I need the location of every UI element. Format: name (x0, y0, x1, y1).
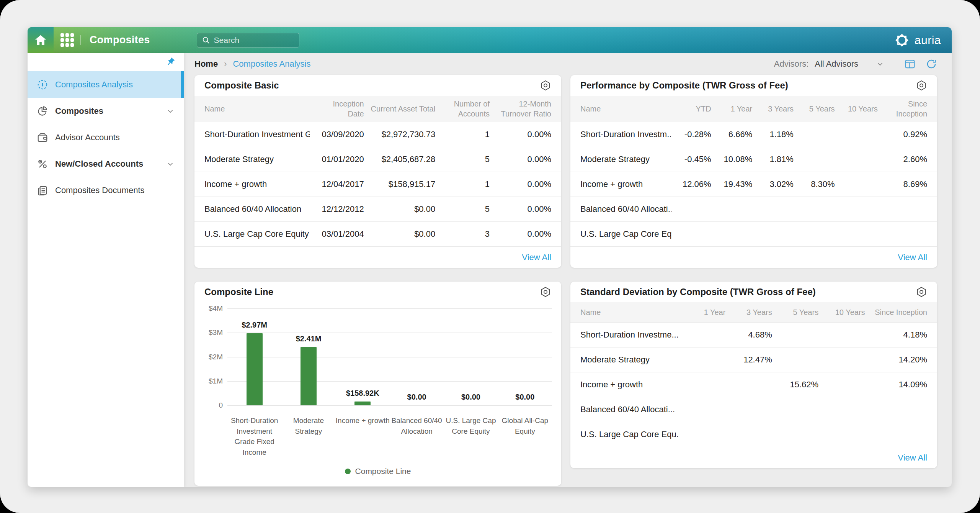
table-row[interactable]: Balanced 60/40 Allocati... (570, 397, 937, 422)
top-header-bar: Composites auria (28, 27, 952, 53)
table-row[interactable]: Income + growth15.62%14.09% (570, 372, 937, 397)
table-row[interactable]: Balanced 60/40 Allocati... (570, 197, 937, 221)
sidebar-item-composites-documents[interactable]: Composites Documents (28, 177, 184, 203)
bar-value-label: $0.00 (515, 393, 534, 402)
table-row[interactable]: Short-Duration Investm...-0.28%6.66%1.18… (570, 122, 937, 147)
sidebar-item-label: Advisor Accounts (55, 133, 120, 143)
table-row[interactable]: U.S. Large Cap Core Equity03/01/2004$0.0… (194, 221, 561, 246)
card-composite-basic: Composite Basic Name Inception Date Curr… (194, 75, 561, 268)
main-content: Home › Composites Analysis Advisors: All… (184, 53, 952, 487)
layout-button[interactable] (904, 58, 916, 70)
sidebar: Composites Analysis Composites (28, 53, 184, 487)
breadcrumb: Home › Composites Analysis (194, 59, 310, 69)
bar-value-label: $158.92K (346, 389, 379, 398)
header-divider (80, 35, 81, 45)
advisors-selected-value: All Advisors (815, 59, 858, 69)
table-row[interactable]: Short-Duration Investme...4.68%4.18% (570, 322, 937, 347)
legend-dot-icon (345, 469, 351, 474)
brand-logo: auria (893, 31, 941, 49)
sidebar-item-advisor-accounts[interactable]: Advisor Accounts (28, 124, 184, 151)
sidebar-item-composites[interactable]: Composites (28, 98, 184, 124)
search-input[interactable] (214, 36, 294, 45)
wallet-icon (37, 132, 48, 143)
settings-icon[interactable] (916, 80, 927, 91)
bar-column[interactable]: $2.41M (281, 308, 335, 405)
table-row[interactable]: Moderate Strategy12.47%14.20% (570, 347, 937, 372)
chart-legend: Composite Line (204, 467, 552, 476)
card-composite-line-chart: Composite Line $4M $3M $2M (194, 282, 561, 486)
sidebar-item-label: Composites Documents (55, 185, 145, 195)
sidebar-item-label: Composites (55, 106, 103, 116)
search-box[interactable] (197, 33, 299, 48)
bar-value-label: $0.00 (407, 393, 426, 402)
card-title: Standard Deviation by Composite (TWR Gro… (580, 287, 816, 297)
table-row[interactable]: U.S. Large Cap Core Eq... (570, 221, 937, 246)
legend-label: Composite Line (355, 467, 411, 476)
pie-chart-icon (37, 105, 48, 117)
bar-chart: $4M $3M $2M $1M 0 (194, 302, 561, 476)
breadcrumb-current[interactable]: Composites Analysis (233, 59, 310, 69)
table-row[interactable]: Moderate Strategy01/01/2020$2,405,687.28… (194, 147, 561, 172)
table-row[interactable]: Moderate Strategy-0.45%10.08%1.81%2.60% (570, 147, 937, 172)
table-row[interactable]: Short-Duration Investment G...03/09/2020… (194, 122, 561, 147)
pin-icon[interactable] (165, 57, 175, 67)
view-all-link[interactable]: View All (898, 252, 927, 262)
bar-value-label: $2.41M (296, 334, 322, 343)
documents-icon (37, 185, 48, 196)
gauge-icon (37, 79, 48, 90)
card-title: Performance by Composite (TWR Gross of F… (580, 80, 788, 91)
chevron-down-icon (166, 160, 175, 168)
settings-icon[interactable] (540, 286, 551, 298)
sidebar-item-new-closed-accounts[interactable]: New/Closed Accounts (28, 151, 184, 177)
table-header: Name YTD 1 Year 3 Years 5 Years 10 Years… (570, 96, 937, 122)
sidebar-item-label: New/Closed Accounts (55, 159, 143, 169)
card-title: Composite Basic (204, 80, 279, 91)
card-performance-by-composite: Performance by Composite (TWR Gross of F… (570, 75, 937, 268)
y-axis: $4M $3M $2M $1M 0 (204, 308, 227, 405)
table-row[interactable]: Balanced 60/40 Allocation12/12/2012$0.00… (194, 197, 561, 221)
sidebar-item-label: Composites Analysis (55, 80, 133, 90)
table-row[interactable]: U.S. Large Cap Core Equ... (570, 422, 937, 447)
bar-column[interactable]: $0.00 (390, 308, 444, 405)
settings-icon[interactable] (540, 80, 551, 91)
bar-column[interactable]: $0.00 (444, 308, 498, 405)
view-all-link[interactable]: View All (522, 252, 551, 262)
layout-icon (904, 58, 916, 70)
bar-column[interactable]: $2.97M (227, 308, 281, 405)
x-axis-labels: Short-Duration Investment Grade Fixed In… (227, 415, 552, 457)
brand-star-icon (893, 31, 911, 49)
advisors-select[interactable]: All Advisors (815, 59, 884, 69)
bar-value-label: $2.97M (242, 321, 267, 329)
settings-icon[interactable] (916, 286, 927, 298)
card-standard-deviation: Standard Deviation by Composite (TWR Gro… (570, 282, 937, 468)
chevron-down-icon (876, 60, 884, 68)
table-row[interactable]: Income + growth12.06%19.43%3.02%8.30%8.6… (570, 172, 937, 197)
bar-column[interactable]: $158.92K (336, 308, 390, 405)
app-window: Composites auria (28, 27, 952, 487)
bar-column[interactable]: $0.00 (498, 308, 552, 405)
breadcrumb-separator-icon: › (224, 59, 227, 69)
table-header: Name Inception Date Current Asset Total … (194, 96, 561, 122)
bar-value-label: $0.00 (461, 393, 480, 402)
card-title: Composite Line (204, 287, 273, 297)
search-icon (202, 36, 214, 44)
app-grid-icon (60, 33, 74, 47)
home-icon (34, 34, 47, 47)
chevron-down-icon (166, 107, 175, 115)
sidebar-item-composites-analysis[interactable]: Composites Analysis (28, 71, 184, 98)
home-button[interactable] (28, 27, 54, 53)
app-grid-button[interactable] (54, 27, 80, 53)
refresh-button[interactable] (926, 58, 937, 70)
percent-icon (37, 158, 48, 170)
advisors-label: Advisors: (774, 59, 808, 69)
table-header: Name 1 Year 3 Years 5 Years 10 Years Sin… (570, 302, 937, 322)
table-row[interactable]: Income + growth12/04/2017$158,915.1710.0… (194, 172, 561, 197)
app-title: Composites (90, 34, 150, 46)
view-all-link[interactable]: View All (898, 453, 927, 463)
brand-name: auria (915, 34, 941, 47)
refresh-icon (926, 58, 937, 70)
breadcrumb-home[interactable]: Home (194, 59, 218, 69)
